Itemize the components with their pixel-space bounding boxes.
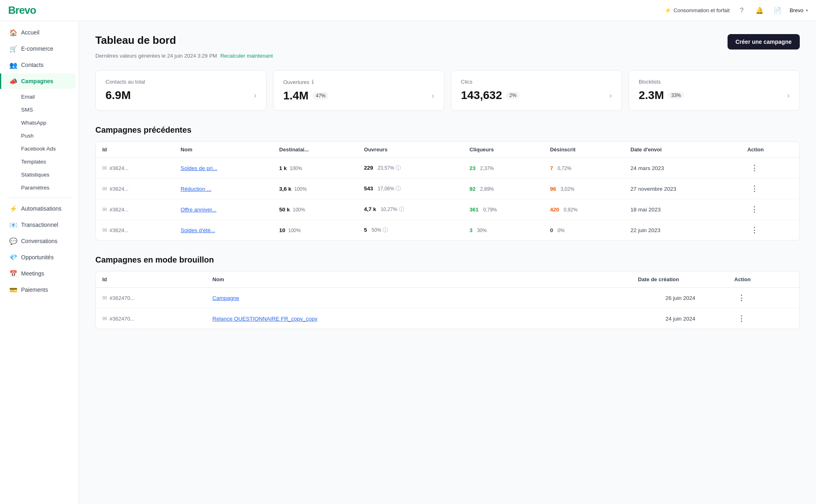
info-icon[interactable]: ⓘ [396,185,401,192]
sidebar-item-campagnes[interactable]: 📣 Campagnes [0,73,75,89]
stats-row: Contacts au total 6.9M › Ouvertures ℹ 1.… [95,70,800,111]
info-icon[interactable]: ⓘ [396,165,401,171]
cell-name[interactable]: Soldes d'été... [174,220,273,241]
cell-date: 24 mars 2023 [624,158,741,179]
draft-col-action: Action [728,271,800,288]
topbar-right: ⚡ Consommation et forfait ? 🔔 📄 Brevo ▾ [665,5,808,16]
cell-name[interactable]: Réduction ... [174,179,273,199]
stat-card-clics[interactable]: Clics 143,632 2% › [451,70,622,111]
more-options-button[interactable]: ⋮ [747,224,761,236]
cell-action[interactable]: ⋮ [741,179,799,199]
consumption-button[interactable]: ⚡ Consommation et forfait [665,7,730,13]
document-icon[interactable]: 📄 [772,5,783,16]
cell-action[interactable]: ⋮ [741,220,799,241]
cell-name[interactable]: Campagne [206,288,493,308]
stat-label-clics: Clics [461,79,472,85]
col-nom: Nom [174,142,273,158]
sidebar-item-transactionnel[interactable]: 📧 Transactionnel [3,217,75,233]
draft-col-date: Date de création [493,271,728,288]
sidebar-item-statistiques[interactable]: Statistiques [3,168,75,181]
recalculate-link[interactable]: Recalculer maintenant [220,53,273,59]
notification-icon[interactable]: 🔔 [754,5,765,16]
sidebar-item-paiements[interactable]: 💳 Paiements [3,282,75,297]
stat-label-contacts: Contacts au total [105,79,145,85]
cell-id: ✉ #362470... [96,288,206,308]
cell-cliqueurs: 92 2,89% [463,179,543,199]
sidebar-item-parametres[interactable]: Paramètres [3,181,75,194]
cell-cliqueurs: 3 30% [463,220,543,241]
clics-badge: 2% [506,92,519,99]
stat-card-blocklists[interactable]: Blocklists 2.3M 33% › [629,70,800,111]
user-menu[interactable]: Brevo ▾ [790,7,808,13]
more-options-button[interactable]: ⋮ [734,313,748,324]
arrow-icon-blocklists[interactable]: › [787,91,790,100]
sidebar-item-facebook-ads[interactable]: Facebook Ads [3,142,75,155]
cell-date: 26 juin 2024 [493,288,728,308]
create-campaign-button[interactable]: Créer une campagne [728,34,800,50]
info-icon[interactable]: ⓘ [399,206,404,212]
more-options-button[interactable]: ⋮ [747,204,761,215]
sidebar-item-contacts[interactable]: 👥 Contacts [3,57,75,73]
info-icon[interactable]: ⓘ [383,227,388,233]
draft-campaigns-title: Campagnes en mode brouillon [95,255,800,265]
mail-icon: ✉ [102,295,107,301]
arrow-icon-ouvertures[interactable]: › [432,92,434,100]
previous-campaigns-title: Campagnes précédentes [95,125,800,135]
sidebar-label-transactionnel: Transactionnel [21,222,58,228]
cell-action[interactable]: ⋮ [728,288,800,308]
cell-action[interactable]: ⋮ [741,199,799,220]
sidebar-label-meetings: Meetings [21,270,44,277]
arrow-icon-clics[interactable]: › [609,91,612,100]
cell-ouvreurs: 543 17,06% ⓘ [357,179,463,199]
sidebar-label-ecommerce: E-commerce [21,45,53,52]
sidebar: 🏠 Accueil 🛒 E-commerce 👥 Contacts 📣 Camp… [0,21,79,504]
cell-cliqueurs: 23 2,37% [463,158,543,179]
campagnes-icon: 📣 [10,78,17,85]
campaigns-table-header: Id Nom Destinatai... Ouvreurs Cliqueurs … [96,142,799,158]
previous-campaigns-table: Id Nom Destinatai... Ouvreurs Cliqueurs … [95,141,800,241]
campagnes-submenu: Email SMS WhatsApp Push Facebook Ads Tem… [0,89,79,195]
table-row: ✉ #3624... Soldes de pri... 1 k 100% 229… [96,158,799,179]
cell-desinscrit: 96 3,02% [543,179,624,199]
more-options-button[interactable]: ⋮ [734,292,748,304]
cell-id: ✉ #362470... [96,308,206,329]
cell-id: ✉ #3624... [96,220,174,241]
sidebar-label-opportunites: Opportunités [21,254,54,261]
more-options-button[interactable]: ⋮ [747,162,761,174]
sidebar-item-automatisations[interactable]: ⚡ Automatisations [3,201,75,216]
sidebar-item-push[interactable]: Push [3,129,75,142]
more-options-button[interactable]: ⋮ [747,183,761,194]
cell-action[interactable]: ⋮ [728,308,800,329]
stat-card-contacts[interactable]: Contacts au total 6.9M › [95,70,267,111]
sidebar-item-templates[interactable]: Templates [3,155,75,168]
conversations-icon: 💬 [10,237,17,245]
cell-name[interactable]: Soldes de pri... [174,158,273,179]
chevron-down-icon: ▾ [806,8,808,13]
cell-id: ✉ #3624... [96,179,174,199]
sidebar-item-conversations[interactable]: 💬 Conversations [3,233,75,249]
col-id: Id [96,142,174,158]
sidebar-item-sms[interactable]: SMS [3,103,75,116]
sidebar-item-ecommerce[interactable]: 🛒 E-commerce [3,41,75,56]
cell-date: 27 novembre 2023 [624,179,741,199]
sidebar-label-accueil: Accueil [21,29,39,36]
sidebar-item-accueil[interactable]: 🏠 Accueil [3,25,75,40]
cell-destinataires: 3,6 k 100% [273,179,357,199]
stat-value-clics: 143,632 2% [461,89,520,102]
table-row: ✉ #3624... Offre anniver... 50 k 100% 4,… [96,199,799,220]
cell-name[interactable]: Offre anniver... [174,199,273,220]
cell-action[interactable]: ⋮ [741,158,799,179]
cell-name[interactable]: Relance QUESTIONNAIRE FR_copy_copy [206,308,493,329]
help-icon[interactable]: ? [736,5,747,16]
sidebar-label-contacts: Contacts [21,62,43,68]
sidebar-item-whatsapp[interactable]: WhatsApp [3,116,75,129]
arrow-icon-contacts[interactable]: › [254,91,256,100]
brevo-logo[interactable]: Brevo [8,4,36,17]
stat-card-ouvertures[interactable]: Ouvertures ℹ 1.4M 47% › [273,70,444,111]
col-action: Action [741,142,799,158]
sidebar-item-opportunites[interactable]: 💎 Opportunités [3,250,75,265]
sidebar-item-meetings[interactable]: 📅 Meetings [3,266,75,281]
info-icon-ouvertures[interactable]: ℹ [312,79,314,85]
sidebar-divider [6,198,72,198]
sidebar-item-email[interactable]: Email [3,90,75,103]
